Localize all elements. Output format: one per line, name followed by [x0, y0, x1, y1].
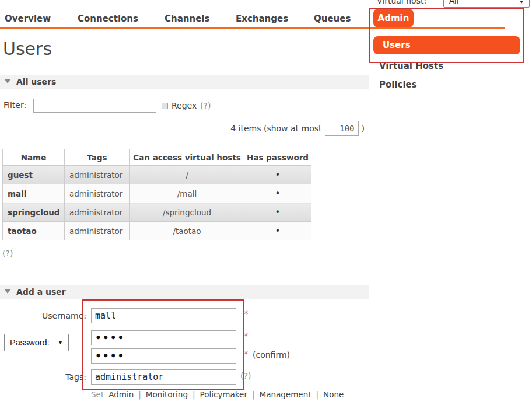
section-header-add-user[interactable]: Add a user [0, 285, 369, 299]
section-add-user-label: Add a user [16, 287, 66, 296]
column-header-name: Name [3, 149, 65, 166]
user-tags: administrator [65, 203, 130, 222]
items-summary-row: 4 items (show at most ) [0, 121, 365, 136]
tags-help-link[interactable]: (?) [240, 371, 251, 380]
nav-tab-queues[interactable]: Queues [314, 13, 351, 24]
confirm-label: (confirm) [253, 350, 290, 359]
chevron-down-icon: ▼ [519, 0, 524, 5]
collapse-triangle-icon [5, 289, 10, 294]
chevron-down-icon: ▼ [58, 340, 63, 345]
rabbitmq-users-page: Virtual host: All ▼ Overview Connections… [0, 0, 532, 405]
username-label: Username: [0, 311, 86, 320]
user-tags: administrator [65, 166, 130, 184]
nav-tab-overview[interactable]: Overview [5, 13, 51, 24]
required-marker: * [244, 309, 249, 320]
column-header-haspassword: Has password [244, 149, 312, 166]
collapse-triangle-icon [5, 79, 10, 83]
password-type-select[interactable]: Password: ▼ [4, 334, 69, 351]
regex-label: Regex [172, 101, 197, 110]
section-header-all-users[interactable]: All users [0, 75, 369, 89]
section-all-users-label: All users [16, 77, 56, 86]
table-row: taotao administrator /taotao • [3, 222, 312, 240]
user-vhosts: /taotao [130, 222, 244, 240]
sidebar-item-users[interactable]: Users [373, 36, 520, 54]
tag-option-policymaker[interactable]: Policymaker [200, 390, 247, 399]
virtual-host-select[interactable]: All ▼ [443, 0, 530, 8]
separator: | [316, 390, 318, 399]
separator: | [138, 390, 141, 399]
password-type-value: Password: [10, 338, 50, 347]
tag-option-management[interactable]: Management [260, 390, 312, 399]
table-row: guest administrator / • [3, 166, 312, 184]
regex-help-link[interactable]: (?) [200, 101, 211, 110]
nav-tab-channels[interactable]: Channels [164, 13, 209, 24]
items-summary-text: 4 items (show at most [230, 124, 321, 133]
set-label: Set [91, 390, 104, 399]
show-at-most-input[interactable] [325, 121, 359, 136]
set-tags-row: Set Admin | Monitoring | Policymaker | M… [91, 390, 344, 399]
users-table: Name Tags Can access virtual hosts Has p… [2, 149, 312, 240]
has-password-dot: • [244, 222, 312, 240]
nav-tab-connections[interactable]: Connections [78, 13, 138, 24]
user-name-link[interactable]: mall [3, 184, 65, 203]
virtual-host-value: All [449, 0, 459, 5]
separator: | [252, 390, 255, 399]
user-vhosts: / [130, 166, 244, 184]
column-header-tags: Tags [65, 149, 130, 166]
user-vhosts: /mall [130, 184, 244, 203]
table-row: mall administrator /mall • [3, 184, 312, 203]
required-marker: * [244, 331, 249, 342]
tag-option-monitoring[interactable]: Monitoring [146, 390, 188, 399]
table-row: springcloud administrator /springcloud • [3, 203, 312, 222]
filter-input[interactable] [33, 99, 156, 113]
tag-option-admin[interactable]: Admin [108, 390, 134, 399]
separator: | [192, 390, 195, 399]
user-name-link[interactable]: guest [3, 166, 65, 184]
table-header-row: Name Tags Can access virtual hosts Has p… [3, 149, 312, 166]
regex-checkbox[interactable] [162, 103, 168, 109]
nav-underline [0, 27, 505, 29]
user-vhosts: /springcloud [130, 203, 244, 222]
sidebar-item-virtual-hosts[interactable]: Virtual Hosts [379, 61, 443, 71]
user-tags: administrator [65, 184, 130, 203]
filter-label: Filter: [4, 100, 26, 110]
nav-tab-admin[interactable]: Admin [373, 9, 414, 27]
virtual-host-label: Virtual host: [377, 0, 426, 5]
username-input[interactable] [91, 308, 236, 323]
sidebar-item-policies[interactable]: Policies [379, 79, 417, 90]
table-help-link[interactable]: (?) [2, 249, 13, 258]
user-name-link[interactable]: springcloud [3, 203, 65, 222]
tags-label: Tags: [0, 372, 86, 382]
has-password-dot: • [244, 184, 312, 203]
items-summary-close: ) [362, 124, 365, 133]
column-header-vhosts: Can access virtual hosts [130, 149, 244, 166]
required-marker: * [244, 350, 249, 360]
password-confirm-input[interactable] [91, 348, 236, 364]
page-title: Users [3, 39, 52, 59]
user-name-link[interactable]: taotao [3, 222, 65, 240]
tags-input[interactable] [91, 369, 236, 385]
has-password-dot: • [244, 166, 312, 184]
user-tags: administrator [65, 222, 130, 240]
password-input[interactable] [91, 330, 236, 345]
tag-option-none[interactable]: None [323, 390, 344, 399]
has-password-dot: • [244, 203, 312, 222]
nav-tab-exchanges[interactable]: Exchanges [236, 13, 288, 24]
